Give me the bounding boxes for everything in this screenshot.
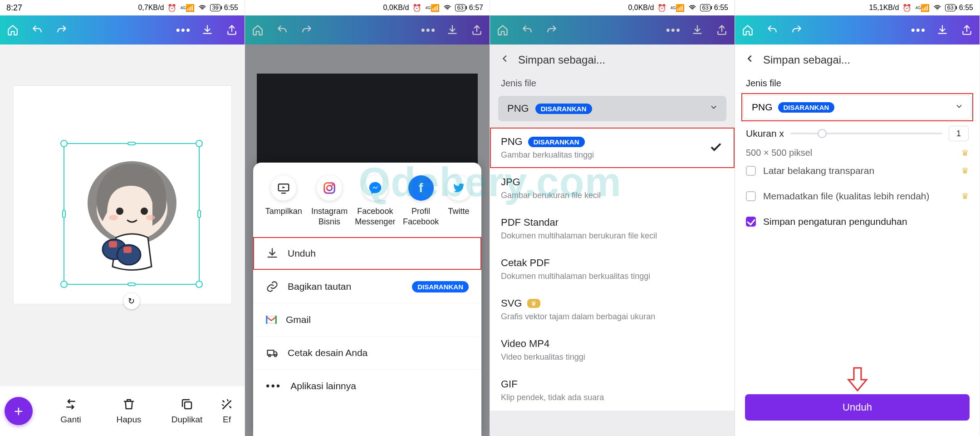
- status-time-right: 6:57: [469, 4, 483, 12]
- share-item-facebook[interactable]: f Profil Facebook: [400, 175, 441, 227]
- svg-point-14: [332, 184, 333, 186]
- checkbox[interactable]: [746, 166, 756, 176]
- more-button[interactable]: •••: [911, 24, 926, 36]
- selection-box[interactable]: ↻: [64, 143, 200, 285]
- filetype-dropdown[interactable]: PNG DISARANKAN: [743, 95, 971, 119]
- alarm-icon: ⏰: [657, 4, 666, 12]
- dropdown-value: PNG: [507, 103, 529, 114]
- filetype-png[interactable]: PNGDISARANKAN Gambar berkualitas tinggi: [490, 128, 735, 168]
- filetype-jpg[interactable]: JPG Gambar berukuran file kecil: [490, 168, 735, 208]
- filetype-dropdown[interactable]: PNG DISARANKAN: [498, 96, 726, 121]
- status-time-left: 8:27: [6, 3, 22, 13]
- size-value[interactable]: 1: [949, 126, 969, 141]
- home-button[interactable]: [5, 22, 21, 38]
- effects-icon: [220, 397, 234, 411]
- share-item-instagram[interactable]: Instagram Bisnis: [309, 175, 350, 227]
- artboard[interactable]: ↻: [14, 86, 231, 304]
- share-item-twitter[interactable]: Twitte: [446, 175, 471, 227]
- slider-thumb[interactable]: [818, 129, 827, 138]
- checkbox[interactable]: [746, 191, 756, 201]
- toolbar-duplikat[interactable]: Duplikat: [160, 397, 214, 425]
- add-fab[interactable]: +: [5, 397, 33, 425]
- signal-4g-icon: 4G📶: [180, 4, 195, 12]
- wifi-icon: [688, 4, 696, 12]
- save-as-panel: Simpan sebagai... Jenis file PNG DISARAN…: [735, 45, 980, 436]
- opt-compress[interactable]: Memadatkan file (kualitas lebih rendah) …: [735, 183, 980, 209]
- undo-button[interactable]: [29, 22, 45, 38]
- rotate-handle[interactable]: ↻: [123, 293, 140, 309]
- opt-save-pref[interactable]: Simpan pengaturan pengunduhan: [735, 209, 980, 234]
- action-cetak[interactable]: Cetak desain Anda: [253, 336, 481, 369]
- redo-button: [544, 22, 560, 38]
- suggested-badge: DISARANKAN: [535, 104, 592, 114]
- resize-handle[interactable]: [197, 210, 201, 218]
- pane-filetype-list: 0,0KB/d ⏰ 4G📶 63 6:55 ••• Simpan sebagai…: [490, 0, 735, 436]
- dropdown-value: PNG: [752, 102, 773, 113]
- opt-transparent[interactable]: Latar belakang transparan ♛: [735, 158, 980, 183]
- signal-4g-icon: 4G📶: [425, 4, 440, 12]
- filetype-pdf-print[interactable]: Cetak PDF Dokumen multihalaman berkualit…: [490, 249, 735, 289]
- share-item-tampilkan[interactable]: Tampilkan: [263, 175, 304, 227]
- suggested-badge: DISARANKAN: [528, 137, 585, 147]
- crown-icon: ♛: [961, 191, 969, 201]
- unduh-button[interactable]: Unduh: [745, 394, 970, 421]
- home-button[interactable]: [740, 22, 756, 38]
- design-image[interactable]: [75, 149, 189, 280]
- crown-icon: ♛: [527, 299, 540, 308]
- link-icon: [266, 280, 279, 293]
- action-gmail[interactable]: Gmail: [253, 303, 481, 336]
- resize-handle[interactable]: [60, 281, 68, 288]
- more-button[interactable]: •••: [176, 24, 191, 36]
- toolbar-efek[interactable]: Ef: [218, 397, 236, 425]
- panel-header: Simpan sebagai...: [490, 45, 735, 75]
- svg-point-4: [109, 215, 118, 220]
- checkbox-checked[interactable]: [746, 217, 756, 227]
- filetype-svg[interactable]: SVG♛ Grafis vektor tajam dalam berbagai …: [490, 289, 735, 330]
- resize-handle[interactable]: [196, 281, 203, 288]
- action-bagikan[interactable]: Bagikan tautan DISARANKAN: [253, 270, 481, 303]
- share-button[interactable]: [959, 22, 975, 38]
- redo-button[interactable]: [54, 22, 70, 38]
- redo-button[interactable]: [789, 22, 805, 38]
- home-button: [250, 22, 266, 38]
- resize-handle[interactable]: [62, 210, 66, 218]
- svg-rect-8: [109, 241, 117, 248]
- resize-handle[interactable]: [196, 140, 203, 147]
- app-header: •••: [0, 15, 245, 45]
- resize-handle[interactable]: [60, 140, 68, 147]
- action-lainnya[interactable]: ••• Aplikasi lainnya: [253, 369, 481, 402]
- filetype-mp4[interactable]: Video MP4 Video berkualitas tinggi: [490, 330, 735, 370]
- dimmed-canvas: Tampilkan Instagram Bisnis Facebook Mess…: [245, 45, 490, 436]
- size-slider[interactable]: [790, 133, 942, 134]
- svg-point-13: [327, 185, 332, 190]
- svg-point-2: [116, 208, 123, 215]
- canvas-area[interactable]: ↻: [0, 45, 245, 386]
- filetype-pdf-std[interactable]: PDF Standar Dokumen multihalaman berukur…: [490, 208, 735, 249]
- status-right: 0,0KB/d ⏰ 4G📶 63 6:55: [628, 4, 728, 12]
- back-button[interactable]: [745, 54, 755, 66]
- present-icon: [271, 175, 296, 201]
- alarm-icon: ⏰: [902, 4, 911, 12]
- wifi-icon: [933, 4, 941, 12]
- back-button[interactable]: [500, 54, 510, 66]
- filetype-gif[interactable]: GIF Klip pendek, tidak ada suara: [490, 370, 735, 411]
- toolbar-hapus[interactable]: Hapus: [102, 397, 156, 425]
- size-row: Ukuran x 1: [735, 119, 980, 148]
- download-button[interactable]: [199, 22, 216, 38]
- check-icon: [709, 140, 723, 156]
- share-button[interactable]: [224, 22, 240, 38]
- dimensions-text: 500 × 500 piksel♛: [735, 148, 980, 158]
- action-unduh[interactable]: Unduh: [253, 237, 481, 270]
- action-label: Bagikan tautan: [288, 281, 351, 292]
- resize-handle[interactable]: [127, 282, 136, 286]
- dots-icon: •••: [266, 380, 281, 392]
- download-button[interactable]: [934, 22, 951, 38]
- toolbar-ganti[interactable]: Ganti: [44, 397, 98, 425]
- resize-handle[interactable]: [127, 142, 136, 145]
- panel-header: Simpan sebagai...: [735, 45, 980, 75]
- status-bar: 0,0KB/d ⏰ 4G📶 63 6:55: [490, 0, 735, 15]
- share-item-messenger[interactable]: Facebook Messenger: [355, 175, 396, 227]
- wifi-icon: [443, 4, 451, 12]
- crown-icon: ♛: [961, 148, 969, 158]
- undo-button[interactable]: [764, 22, 780, 38]
